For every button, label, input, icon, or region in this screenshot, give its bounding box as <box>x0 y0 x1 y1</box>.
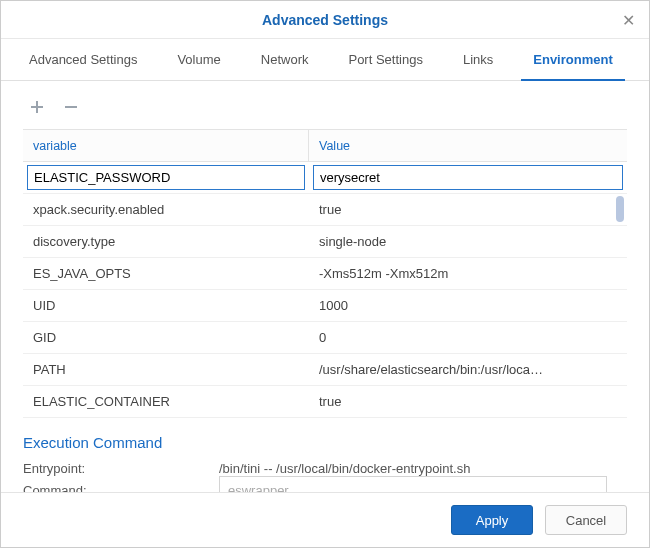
tab-links[interactable]: Links <box>443 39 513 80</box>
value-cell: /usr/share/elasticsearch/bin:/usr/loca… <box>309 354 627 385</box>
command-label: Command: <box>23 483 219 493</box>
command-row: Command: <box>23 476 627 492</box>
variable-cell: GID <box>23 322 309 353</box>
table-row[interactable] <box>23 162 627 194</box>
table-header: variable Value <box>23 130 627 162</box>
tab-network[interactable]: Network <box>241 39 329 80</box>
footer: Apply Cancel <box>1 492 649 547</box>
tab-volume[interactable]: Volume <box>157 39 240 80</box>
execution-command-title: Execution Command <box>23 434 627 451</box>
dialog: Advanced Settings ✕ Advanced SettingsVol… <box>0 0 650 548</box>
entrypoint-label: Entrypoint: <box>23 461 219 476</box>
table-row[interactable]: PATH/usr/share/elasticsearch/bin:/usr/lo… <box>23 354 627 386</box>
table-row[interactable]: ELASTIC_CONTAINERtrue <box>23 386 627 418</box>
remove-button[interactable] <box>61 97 81 117</box>
cancel-button[interactable]: Cancel <box>545 505 627 535</box>
table-row[interactable]: ES_JAVA_OPTS-Xms512m -Xmx512m <box>23 258 627 290</box>
tab-environment[interactable]: Environment <box>513 39 632 80</box>
command-input[interactable] <box>219 476 607 492</box>
value-cell: true <box>309 194 627 225</box>
variable-cell: UID <box>23 290 309 321</box>
tab-port-settings[interactable]: Port Settings <box>328 39 442 80</box>
dialog-title: Advanced Settings <box>262 12 388 28</box>
value-input[interactable] <box>313 165 623 190</box>
value-cell: 0 <box>309 322 627 353</box>
scrollbar-thumb[interactable] <box>616 196 624 222</box>
column-header-variable[interactable]: variable <box>23 130 309 161</box>
entrypoint-row: Entrypoint: /bin/tini -- /usr/local/bin/… <box>23 461 627 476</box>
add-button[interactable] <box>27 97 47 117</box>
column-header-value[interactable]: Value <box>309 130 627 161</box>
value-cell: true <box>309 386 627 417</box>
titlebar: Advanced Settings ✕ <box>1 1 649 39</box>
tab-advanced-settings[interactable]: Advanced Settings <box>9 39 157 80</box>
table-row[interactable]: UID1000 <box>23 290 627 322</box>
variable-cell: discovery.type <box>23 226 309 257</box>
table-body: xpack.security.enabledtruediscovery.type… <box>23 162 627 418</box>
close-icon[interactable]: ✕ <box>622 11 635 30</box>
entrypoint-value: /bin/tini -- /usr/local/bin/docker-entry… <box>219 461 470 476</box>
env-table: variable Value xpack.security.enabledtru… <box>23 129 627 418</box>
variable-cell: PATH <box>23 354 309 385</box>
variable-cell: ES_JAVA_OPTS <box>23 258 309 289</box>
table-row[interactable]: xpack.security.enabledtrue <box>23 194 627 226</box>
variable-cell: xpack.security.enabled <box>23 194 309 225</box>
content-area: variable Value xpack.security.enabledtru… <box>1 81 649 492</box>
table-row[interactable]: discovery.typesingle-node <box>23 226 627 258</box>
value-cell: 1000 <box>309 290 627 321</box>
variable-input[interactable] <box>27 165 305 190</box>
value-cell: -Xms512m -Xmx512m <box>309 258 627 289</box>
variable-cell: ELASTIC_CONTAINER <box>23 386 309 417</box>
toolbar <box>23 95 627 129</box>
apply-button[interactable]: Apply <box>451 505 533 535</box>
value-cell: single-node <box>309 226 627 257</box>
tab-bar: Advanced SettingsVolumeNetworkPort Setti… <box>1 39 649 81</box>
table-row[interactable]: GID0 <box>23 322 627 354</box>
